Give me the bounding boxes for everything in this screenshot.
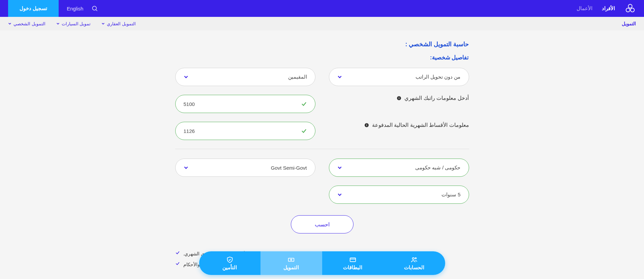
- nav-label: البطاقات: [343, 264, 362, 271]
- salary-transfer-select[interactable]: من دون تحويل الراتب: [329, 68, 469, 86]
- check-icon: [175, 250, 180, 255]
- form-row: معلومات الأقساط الشهرية الحالية المدفوعة: [175, 122, 469, 140]
- check-icon: [301, 128, 307, 134]
- nav-individuals[interactable]: الأفراد: [602, 5, 615, 11]
- main-content: حاسبة التمويل الشخصي : تفاصيل شخصية: من …: [167, 30, 477, 279]
- svg-point-16: [290, 259, 292, 260]
- nav-label: الحسابات: [404, 264, 424, 271]
- monthly-salary-input[interactable]: [184, 101, 298, 107]
- nav-cards[interactable]: البطاقات: [322, 251, 384, 275]
- monthly-salary-input-wrap[interactable]: [175, 95, 315, 113]
- brand-logo[interactable]: [624, 3, 636, 14]
- svg-rect-6: [399, 97, 399, 99]
- svg-point-12: [415, 257, 417, 259]
- info-icon[interactable]: [364, 122, 369, 128]
- secondbar-links: التمويل العقاري تمويل السيارات التمويل ا…: [8, 21, 136, 26]
- calculator-title: حاسبة التمويل الشخصي :: [175, 40, 469, 48]
- chevron-down-icon: [8, 22, 11, 25]
- tenure-select[interactable]: 5 سنوات: [329, 186, 469, 204]
- chevron-down-icon: [337, 165, 342, 170]
- installments-input-wrap[interactable]: [175, 122, 315, 140]
- nav-label: التمويل: [283, 264, 299, 271]
- chevron-down-icon: [184, 165, 188, 170]
- money-icon: [287, 256, 295, 263]
- calc-button-wrap: احسب: [175, 215, 469, 233]
- search-icon[interactable]: [91, 5, 98, 12]
- installments-input[interactable]: [184, 128, 298, 134]
- form-row: 5 سنوات: [175, 186, 469, 204]
- chevron-down-icon: [337, 192, 342, 197]
- info-icon[interactable]: [396, 95, 402, 101]
- chevron-down-icon: [337, 75, 342, 79]
- select-value: حكومى / شبه حكومى: [415, 165, 461, 171]
- logo-icon: [624, 3, 636, 14]
- select-value: من دون تحويل الراتب: [416, 74, 461, 80]
- label-text: معلومات الأقساط الشهرية الحالية المدفوعة: [372, 122, 469, 128]
- dd-label: التمويل العقاري: [107, 21, 136, 26]
- form-row: حكومى / شبه حكومى Govt Semi-Govt: [175, 159, 469, 177]
- divider: [175, 149, 469, 149]
- nav-business[interactable]: الأعمال: [577, 5, 592, 11]
- top-bar: الأفراد الأعمال English تسجيل دخول: [0, 0, 644, 17]
- svg-rect-9: [366, 124, 367, 126]
- accounts-icon: [410, 256, 418, 263]
- form-row: أدخل معلومات راتبك الشهري: [175, 95, 469, 113]
- select-value: المقيمين: [288, 74, 307, 80]
- label-text: أدخل معلومات راتبك الشهري: [404, 95, 469, 101]
- dd-personal-finance[interactable]: التمويل الشخصي: [8, 21, 45, 26]
- sector-ar-select[interactable]: حكومى / شبه حكومى: [329, 159, 469, 177]
- select-value: 5 سنوات: [441, 192, 461, 198]
- nav-label: التأمين: [222, 264, 237, 271]
- card-icon: [349, 256, 357, 263]
- svg-line-4: [96, 10, 97, 11]
- svg-rect-15: [288, 258, 294, 261]
- chevron-down-icon: [101, 22, 105, 25]
- check-icon: [301, 101, 307, 107]
- chevron-down-icon: [184, 75, 188, 79]
- monthly-salary-label: أدخل معلومات راتبك الشهري: [329, 95, 469, 101]
- dd-real-estate[interactable]: التمويل العقاري: [101, 21, 136, 26]
- section-title-financing[interactable]: التمويل: [622, 21, 636, 26]
- second-bar: التمويل التمويل العقاري تمويل السيارات ا…: [0, 17, 644, 30]
- language-toggle[interactable]: English: [67, 6, 83, 11]
- nav-insurance[interactable]: التأمين: [199, 251, 261, 275]
- select-value: Govt Semi-Govt: [271, 165, 307, 171]
- dd-label: التمويل الشخصي: [13, 21, 45, 26]
- svg-rect-13: [350, 258, 356, 261]
- svg-point-3: [93, 6, 97, 10]
- check-icon: [175, 261, 180, 266]
- topbar-left-group: English تسجيل دخول: [8, 0, 98, 17]
- login-button[interactable]: تسجيل دخول: [8, 0, 59, 17]
- svg-point-11: [412, 257, 415, 259]
- dd-auto-finance[interactable]: تمويل السيارات: [56, 21, 91, 26]
- nav-accounts[interactable]: الحسابات: [384, 251, 445, 275]
- svg-point-7: [399, 97, 399, 97]
- nav-financing[interactable]: التمويل: [260, 251, 322, 275]
- chevron-down-icon: [56, 22, 60, 25]
- bottom-navigation: الحسابات البطاقات التمويل التأمين: [199, 251, 445, 275]
- calculate-button[interactable]: احسب: [291, 215, 354, 233]
- personal-details-heading: تفاصيل شخصية:: [175, 54, 469, 61]
- topbar-right-group: الأفراد الأعمال: [577, 3, 636, 14]
- installments-label: معلومات الأقساط الشهرية الحالية المدفوعة: [329, 122, 469, 128]
- sector-en-select[interactable]: Govt Semi-Govt: [175, 159, 315, 177]
- shield-icon: [226, 256, 234, 263]
- residency-select[interactable]: المقيمين: [175, 68, 315, 86]
- form-row: من دون تحويل الراتب المقيمين: [175, 68, 469, 86]
- svg-point-1: [626, 8, 630, 12]
- svg-point-0: [628, 4, 632, 8]
- svg-point-10: [366, 124, 367, 124]
- svg-point-2: [631, 8, 634, 12]
- dd-label: تمويل السيارات: [62, 21, 91, 26]
